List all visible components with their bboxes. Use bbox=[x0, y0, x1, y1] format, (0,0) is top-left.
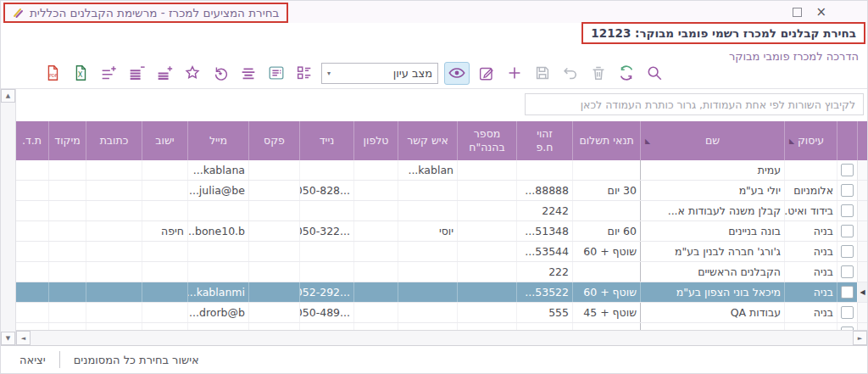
scroll-down-icon[interactable]: ▼ bbox=[1, 332, 15, 345]
column-header-company_id[interactable]: זהוי ח.פ bbox=[516, 121, 572, 160]
table-row[interactable]: בניהבונה בניינים60 יום...51348יוסי050-32… bbox=[16, 221, 867, 242]
cell-select bbox=[837, 201, 857, 220]
scroll-right-icon[interactable]: ► bbox=[853, 331, 867, 345]
cell-city bbox=[142, 262, 187, 282]
cell-mobile: 050-828... bbox=[299, 181, 353, 200]
row-checkbox[interactable] bbox=[841, 245, 854, 258]
scroll-up-icon[interactable]: ▲ bbox=[1, 89, 15, 103]
column-label: ת.ד. bbox=[22, 134, 42, 148]
cell-email: ...kablana bbox=[187, 160, 248, 180]
table-row[interactable]: בניההקבלנים הראשיים222 bbox=[16, 262, 867, 282]
table-row[interactable]: עמית...kablan...kablana bbox=[16, 160, 867, 181]
add-plus-icon bbox=[505, 64, 524, 82]
vertical-scroll-track[interactable] bbox=[1, 103, 15, 332]
view-mode-select[interactable]: ▾ מצב עיון bbox=[321, 63, 438, 84]
column-chooser-button[interactable] bbox=[293, 62, 315, 84]
form-view-button[interactable] bbox=[265, 62, 287, 84]
revert-favorites-button[interactable] bbox=[209, 62, 231, 84]
wrap-text-button[interactable] bbox=[237, 62, 259, 84]
cell-indicator bbox=[857, 181, 867, 200]
column-header-occupation[interactable]: עיסוק◣ bbox=[784, 121, 837, 160]
search-button[interactable] bbox=[643, 62, 665, 84]
column-header-phone[interactable]: טלפון bbox=[353, 121, 398, 160]
exit-button[interactable]: יציאה bbox=[6, 354, 59, 366]
cell-contact: יוסי bbox=[398, 221, 457, 241]
view-mode-eye-button[interactable] bbox=[444, 62, 470, 85]
collapse-rows-button[interactable] bbox=[125, 62, 147, 84]
cell-occupation: בידוד ואיט... bbox=[784, 201, 837, 220]
row-checkbox[interactable] bbox=[841, 265, 854, 278]
column-header-contact[interactable]: איש קשר bbox=[398, 121, 457, 160]
cell-name: בונה בניינים bbox=[640, 221, 784, 241]
table-row[interactable]: ◀בניהמיכאל בוני הצפון בע"משוטף + 60...53… bbox=[16, 282, 867, 303]
add-row-button[interactable] bbox=[504, 62, 526, 84]
table-row[interactable] bbox=[16, 323, 867, 330]
horizontal-scroll-track[interactable] bbox=[31, 331, 853, 345]
table-row[interactable]: אלומניוםיולי בע"מ30 יום...88888050-828..… bbox=[16, 181, 867, 201]
row-checkbox[interactable] bbox=[841, 204, 854, 217]
column-header-fax[interactable]: פקס bbox=[248, 121, 299, 160]
column-header-select bbox=[837, 121, 857, 160]
cell-fax bbox=[248, 242, 299, 261]
scroll-left-icon[interactable]: ◄ bbox=[16, 331, 31, 345]
cell-city: חיפה bbox=[142, 221, 187, 241]
delete-button[interactable] bbox=[587, 62, 609, 84]
cell-occupation: בניה bbox=[784, 303, 837, 322]
cell-name bbox=[640, 323, 784, 330]
cell-indicator bbox=[857, 160, 867, 180]
cell-occupation: אלומניום bbox=[784, 181, 837, 200]
cell-zip bbox=[48, 201, 86, 220]
export-pdf-button[interactable]: PDF bbox=[42, 62, 64, 84]
undo-button[interactable] bbox=[559, 62, 581, 84]
favorite-button[interactable] bbox=[181, 62, 203, 84]
column-header-email[interactable]: מייל bbox=[187, 121, 248, 160]
cell-phone bbox=[353, 303, 398, 322]
cell-city bbox=[142, 201, 187, 220]
row-checkbox[interactable] bbox=[841, 306, 854, 319]
edit-pencil-icon bbox=[477, 64, 496, 82]
horizontal-scrollbar[interactable]: ◄ ► bbox=[16, 330, 867, 345]
column-header-address[interactable]: כתובת bbox=[86, 121, 142, 160]
column-header-terms[interactable]: תנאי תשלום bbox=[572, 121, 640, 160]
cell-city bbox=[142, 323, 187, 330]
cell-zip bbox=[48, 303, 86, 322]
row-checkbox[interactable] bbox=[841, 184, 854, 197]
row-checkbox[interactable] bbox=[841, 286, 854, 299]
cell-city bbox=[142, 242, 187, 261]
cell-address bbox=[86, 323, 142, 330]
refresh-button[interactable] bbox=[615, 62, 637, 84]
column-header-zip[interactable]: מיקוד bbox=[48, 121, 86, 160]
cell-select bbox=[837, 303, 857, 322]
cell-city bbox=[142, 303, 187, 322]
close-icon[interactable]: × bbox=[815, 7, 826, 17]
save-button[interactable] bbox=[531, 62, 554, 84]
cell-indicator bbox=[857, 242, 867, 261]
cell-phone bbox=[353, 181, 398, 200]
row-checkbox[interactable] bbox=[841, 225, 854, 237]
cell-company_id bbox=[516, 323, 572, 330]
window-title-annotation-box: בחירת המציעים למכרז - מרשימת הקבלנים הכל… bbox=[3, 3, 288, 23]
cell-company_id: ...51348 bbox=[516, 221, 572, 241]
vertical-scrollbar[interactable]: ▲ ▼ bbox=[1, 89, 16, 345]
column-header-account[interactable]: מספר בהנה"ח bbox=[457, 121, 516, 160]
row-checkbox[interactable] bbox=[841, 164, 854, 176]
approve-selected-button[interactable]: אישור בחירת כל המסומנים bbox=[60, 354, 213, 366]
cell-fax bbox=[248, 160, 299, 180]
cell-select bbox=[837, 323, 857, 330]
maximize-icon[interactable] bbox=[793, 8, 802, 17]
edit-button[interactable] bbox=[476, 62, 498, 84]
cell-email bbox=[187, 323, 248, 330]
table-row[interactable]: בניהעבודות QAשוטף + 45555050-489......dr… bbox=[16, 303, 867, 323]
add-level-button[interactable] bbox=[97, 62, 120, 84]
column-header-city[interactable]: ישוב bbox=[142, 121, 187, 160]
table-row[interactable]: בניהג'ורג' חברה לבנין בע"משוטף + 60...53… bbox=[16, 242, 867, 262]
svg-text:PDF: PDF bbox=[49, 73, 58, 78]
cell-occupation: בניה bbox=[784, 242, 837, 261]
column-header-name[interactable]: שם◣ bbox=[640, 121, 784, 160]
column-header-mobile[interactable]: נייד bbox=[299, 121, 353, 160]
cell-pob bbox=[16, 221, 48, 241]
column-header-pob[interactable]: ת.ד. bbox=[16, 121, 48, 160]
table-row[interactable]: בידוד ואיט...קבלן משנה לעבודות א...2242 bbox=[16, 201, 867, 221]
export-excel-button[interactable]: X bbox=[70, 62, 92, 84]
expand-rows-button[interactable] bbox=[153, 62, 175, 84]
